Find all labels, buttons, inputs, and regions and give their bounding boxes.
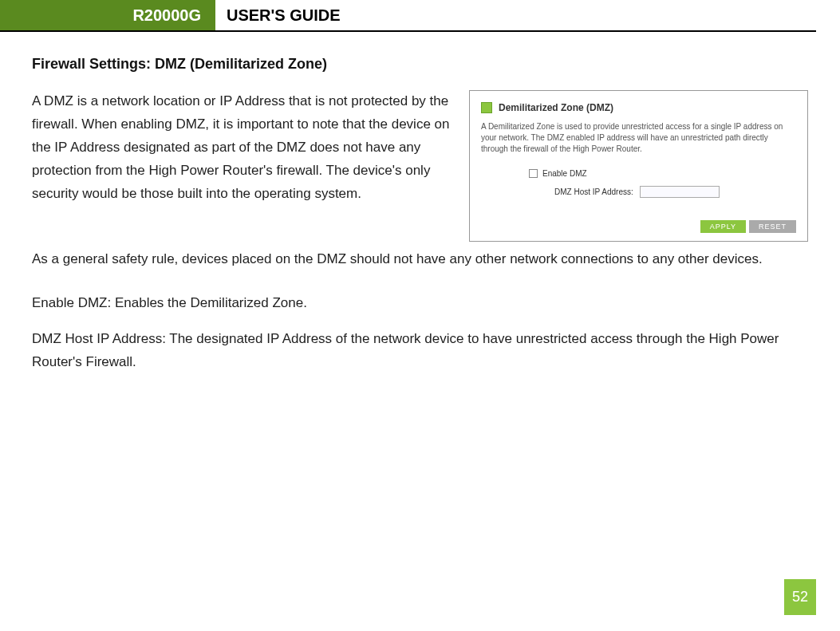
dmz-host-ip-input[interactable] <box>640 186 720 198</box>
paragraph-4: DMZ Host IP Address: The designated IP A… <box>32 328 808 374</box>
apply-button[interactable]: APPLY <box>700 220 746 233</box>
header-title: USER'S GUIDE <box>215 6 341 25</box>
screenshot-description: A Demilitarized Zone is used to provide … <box>481 121 796 155</box>
screenshot-title: Demilitarized Zone (DMZ) <box>499 102 613 113</box>
paragraph-1: A DMZ is a network location or IP Addres… <box>32 90 453 205</box>
dmz-host-ip-label: DMZ Host IP Address: <box>554 187 633 196</box>
paragraph-2: As a general safety rule, devices placed… <box>32 248 808 271</box>
page-number: 52 <box>784 579 816 615</box>
enable-dmz-checkbox[interactable] <box>529 169 538 178</box>
page-header: R20000G USER'S GUIDE <box>0 0 816 32</box>
enable-dmz-label: Enable DMZ <box>542 169 587 178</box>
paragraph-3: Enable DMZ: Enables the Demilitarized Zo… <box>32 292 808 315</box>
page-content: Firewall Settings: DMZ (Demilitarized Zo… <box>0 32 840 374</box>
header-model: R20000G <box>0 0 215 30</box>
reset-button[interactable]: RESET <box>749 220 796 233</box>
section-marker-icon <box>481 102 492 113</box>
dmz-settings-screenshot: Demilitarized Zone (DMZ) A Demilitarized… <box>469 90 808 242</box>
section-title: Firewall Settings: DMZ (Demilitarized Zo… <box>32 56 808 73</box>
